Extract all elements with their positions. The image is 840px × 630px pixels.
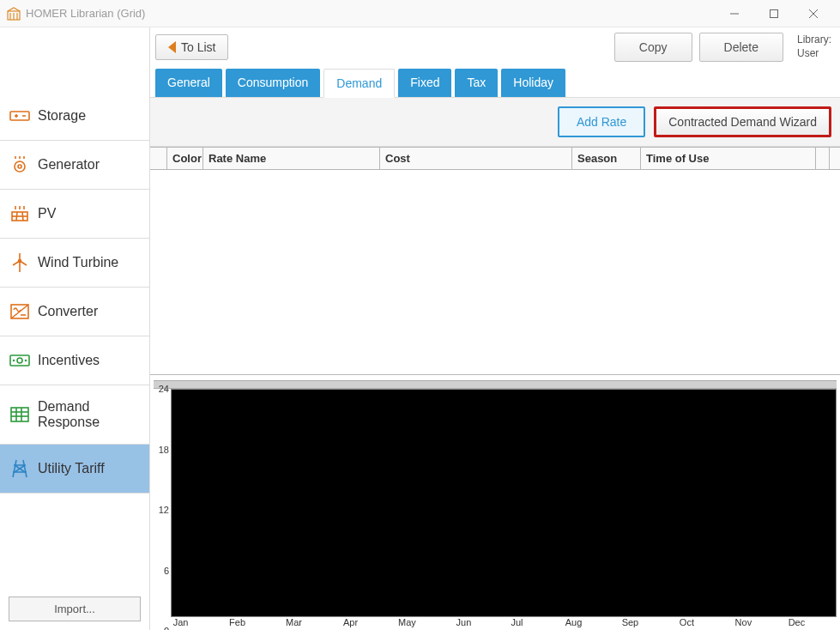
library-info: Library: User xyxy=(797,33,831,60)
sidebar-item-pv[interactable]: PV xyxy=(0,190,149,239)
pv-icon xyxy=(9,203,31,224)
rates-table-header: Color Rate Name Cost Season Time of Use xyxy=(150,148,840,170)
y-tick: 24 xyxy=(159,384,169,394)
sidebar: Storage Generator PV Wind Turbine Conver xyxy=(0,27,150,630)
chart-plot-area[interactable] xyxy=(171,389,837,617)
col-rate-name[interactable]: Rate Name xyxy=(203,148,380,170)
window-minimize-button[interactable] xyxy=(715,0,754,27)
content-toolbar: To List Copy Delete Library: User xyxy=(150,27,840,62)
svg-line-42 xyxy=(23,460,27,477)
chart-y-axis: 24 18 12 6 0 xyxy=(154,389,171,630)
chart-x-axis: Jan Feb Mar Apr May Jun Jul Aug Sep Oct … xyxy=(171,617,837,630)
utility-tariff-icon xyxy=(9,458,31,479)
sidebar-item-label: Utility Tariff xyxy=(38,461,105,476)
x-tick: Jul xyxy=(511,617,523,627)
wind-turbine-icon xyxy=(9,252,31,273)
col-cost[interactable]: Cost xyxy=(380,148,572,170)
rates-table-body xyxy=(150,170,840,374)
x-tick: Nov xyxy=(735,617,752,627)
x-tick: Apr xyxy=(343,617,358,627)
schedule-chart: 24 18 12 6 0 Jan Feb Mar Apr May xyxy=(154,380,837,630)
x-tick: May xyxy=(398,617,416,627)
library-value: User xyxy=(797,47,831,61)
sidebar-item-label: Wind Turbine xyxy=(38,255,118,270)
tab-actions-row: Add Rate Contracted Demand Wizard xyxy=(150,98,840,147)
sidebar-item-storage[interactable]: Storage xyxy=(0,92,149,141)
sidebar-item-generator[interactable]: Generator xyxy=(0,141,149,190)
copy-button[interactable]: Copy xyxy=(614,33,692,62)
incentives-icon xyxy=(9,350,31,371)
sidebar-item-converter[interactable]: Converter xyxy=(0,288,149,336)
svg-line-41 xyxy=(13,460,16,477)
tab-holiday[interactable]: Holiday xyxy=(501,69,565,97)
window-titlebar: HOMER Librarian (Grid) xyxy=(0,0,840,27)
generator-icon xyxy=(9,154,31,175)
sidebar-item-wind-turbine[interactable]: Wind Turbine xyxy=(0,239,149,288)
delete-button[interactable]: Delete xyxy=(699,33,783,62)
tab-fixed[interactable]: Fixed xyxy=(398,69,451,97)
col-color[interactable]: Color xyxy=(167,148,203,170)
x-tick: Sep xyxy=(622,617,639,627)
svg-point-12 xyxy=(15,161,25,172)
x-tick: Oct xyxy=(680,617,694,627)
col-season[interactable]: Season xyxy=(572,148,641,170)
svg-point-34 xyxy=(14,360,15,361)
svg-rect-8 xyxy=(10,112,29,120)
x-tick: Mar xyxy=(286,617,302,627)
library-label: Library: xyxy=(797,33,831,47)
content-area: To List Copy Delete Library: User Genera… xyxy=(150,27,840,630)
demand-response-icon xyxy=(9,404,31,425)
back-arrow-icon xyxy=(168,41,176,53)
svg-point-33 xyxy=(17,358,22,363)
x-tick: Feb xyxy=(229,617,245,627)
svg-rect-36 xyxy=(11,408,28,421)
window-close-button[interactable] xyxy=(794,0,833,27)
sidebar-item-utility-tariff[interactable]: Utility Tariff xyxy=(0,445,149,494)
sidebar-item-label: Storage xyxy=(38,108,86,124)
sidebar-item-label: PV xyxy=(38,206,56,221)
add-rate-button[interactable]: Add Rate xyxy=(558,106,645,137)
svg-point-13 xyxy=(18,165,21,168)
svg-point-35 xyxy=(26,360,27,361)
y-tick: 18 xyxy=(159,445,169,455)
sidebar-item-label: Demand Response xyxy=(38,399,141,430)
converter-icon xyxy=(9,301,31,322)
sidebar-item-label: Incentives xyxy=(38,353,100,368)
chart-resize-handle[interactable] xyxy=(154,380,837,389)
x-tick: Jun xyxy=(456,617,472,627)
tab-bar: General Consumption Demand Fixed Tax Hol… xyxy=(150,62,840,98)
svg-rect-5 xyxy=(771,9,778,17)
app-icon xyxy=(7,7,21,21)
sidebar-item-label: Generator xyxy=(38,157,100,173)
window-title: HOMER Librarian (Grid) xyxy=(26,7,145,20)
import-button[interactable]: Import... xyxy=(9,597,141,621)
tab-consumption[interactable]: Consumption xyxy=(226,69,321,97)
sidebar-item-demand-response[interactable]: Demand Response xyxy=(0,385,149,445)
window-maximize-button[interactable] xyxy=(754,0,794,27)
col-selector xyxy=(150,148,167,170)
tab-general[interactable]: General xyxy=(155,69,222,97)
col-time-of-use[interactable]: Time of Use xyxy=(641,148,816,170)
contracted-demand-wizard-button[interactable]: Contracted Demand Wizard xyxy=(654,106,831,137)
to-list-label: To List xyxy=(181,40,215,54)
sidebar-item-label: Converter xyxy=(38,304,98,319)
col-action-2 xyxy=(830,148,840,170)
col-action-1 xyxy=(816,148,830,170)
tab-demand[interactable]: Demand xyxy=(323,69,395,98)
tab-tax[interactable]: Tax xyxy=(455,69,498,97)
y-tick: 0 xyxy=(164,626,169,630)
sidebar-item-incentives[interactable]: Incentives xyxy=(0,336,149,385)
rates-table: Color Rate Name Cost Season Time of Use xyxy=(150,147,840,375)
to-list-button[interactable]: To List xyxy=(155,34,228,60)
x-tick: Aug xyxy=(565,617,583,627)
x-tick: Jan xyxy=(173,617,189,627)
y-tick: 6 xyxy=(164,566,169,576)
storage-icon xyxy=(9,106,31,126)
x-tick: Dec xyxy=(789,617,806,627)
y-tick: 12 xyxy=(159,505,169,515)
